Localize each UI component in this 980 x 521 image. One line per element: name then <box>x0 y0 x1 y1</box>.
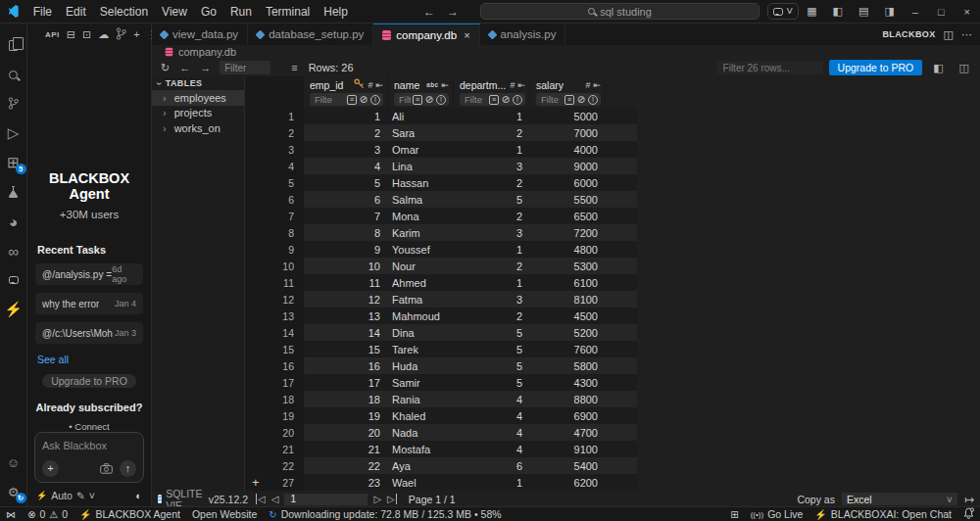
recent-task-item[interactable]: @/c:\Users\Moha...Jan 3 <box>35 322 143 344</box>
cell-emp_id[interactable]: 8 <box>304 224 388 241</box>
cell-salary[interactable]: 4700 <box>530 424 606 441</box>
column-filter[interactable]: ≡⊘! <box>460 93 525 106</box>
cloud-icon[interactable]: ☁ <box>98 28 109 41</box>
ask-blackbox-box[interactable]: + ↑ <box>34 432 144 483</box>
cell-emp_id[interactable]: 5 <box>304 174 388 191</box>
cell-departm[interactable]: 4 <box>454 407 530 424</box>
close-window-icon[interactable]: × <box>955 6 980 18</box>
copilot-button[interactable]: ˅ <box>767 3 799 20</box>
menu-go[interactable]: Go <box>194 5 223 19</box>
source-control-icon[interactable] <box>0 89 27 118</box>
cell-emp_id[interactable]: 17 <box>304 374 388 391</box>
table-row[interactable]: 33Omar14000 <box>245 141 637 158</box>
cell-departm[interactable]: 1 <box>454 474 530 491</box>
cell-departm[interactable]: 2 <box>454 308 530 324</box>
table-row[interactable]: 1616Huda55800 <box>245 357 637 374</box>
cell-name[interactable]: Tarek <box>388 341 454 357</box>
table-row[interactable]: 2121Mostafa49100 <box>245 441 637 457</box>
table-row[interactable]: 1010Nour25300 <box>245 258 637 274</box>
pin-column-icon[interactable]: ⇤ <box>441 80 449 90</box>
testing-icon[interactable] <box>0 177 27 207</box>
cell-emp_id[interactable]: 10 <box>304 258 388 274</box>
cell-name[interactable]: Nour <box>388 258 454 274</box>
cell-name[interactable]: Mahmoud <box>388 308 454 324</box>
tab-database_setup-py[interactable]: database_setup.py <box>248 24 373 45</box>
cell-salary[interactable]: 6100 <box>530 274 606 291</box>
table-row[interactable]: 77Mona26500 <box>245 208 637 224</box>
cell-departm[interactable]: 5 <box>454 374 530 391</box>
extensions-icon[interactable]: ⊞5 <box>0 148 27 177</box>
go-live-status[interactable]: ((•)) Go Live <box>745 508 809 520</box>
tab-view_data-py[interactable]: view_data.py <box>152 24 248 45</box>
cell-name[interactable]: Khaled <box>388 407 454 424</box>
download-update-status[interactable]: ↻ Downloading update: 72.8 MB / 125.3 MB… <box>263 508 507 520</box>
table-row[interactable]: 1111Ahmed16100 <box>245 274 637 291</box>
open-website-status[interactable]: Open Website <box>186 508 263 520</box>
cell-salary[interactable]: 8100 <box>530 291 606 308</box>
cell-departm[interactable]: 4 <box>454 391 530 407</box>
cell-name[interactable]: Hassan <box>388 174 454 191</box>
cell-emp_id[interactable]: 6 <box>304 191 388 208</box>
refresh-icon[interactable]: ↻ <box>156 62 174 74</box>
cell-name[interactable]: Ahmed <box>388 274 454 291</box>
run-debug-icon[interactable]: ▷ <box>0 118 27 148</box>
column-filter-input[interactable] <box>465 94 487 105</box>
table-row[interactable]: 1717Samir54300 <box>245 374 637 391</box>
column-filter-input[interactable] <box>541 94 563 105</box>
table-row[interactable]: 11Ali15000 <box>245 108 637 124</box>
cell-departm[interactable]: 2 <box>454 174 530 191</box>
edge-browser-icon[interactable]: ◕ <box>0 207 27 236</box>
cell-emp_id[interactable]: 2 <box>304 124 388 141</box>
column-header-emp_id[interactable]: emp_id#⇤≡⊘! <box>304 76 388 108</box>
cell-departm[interactable]: 5 <box>454 324 530 341</box>
layout-columns-icon[interactable]: ◫ <box>955 62 974 74</box>
cell-salary[interactable]: 9100 <box>530 441 606 457</box>
column-header-name[interactable]: nameabc⇤≡⊘! <box>388 76 454 108</box>
explorer-icon[interactable] <box>0 30 27 60</box>
cell-departm[interactable]: 1 <box>454 241 530 258</box>
table-row[interactable]: 66Salma55500 <box>245 191 637 208</box>
maximize-icon[interactable]: □ <box>928 6 955 18</box>
customize-layout-icon[interactable]: ▦ <box>799 5 824 18</box>
search-input[interactable]: sql studing <box>480 3 760 20</box>
recent-task-item[interactable]: why the errorJan 4 <box>35 293 143 314</box>
table-row[interactable]: 55Hassan26000 <box>245 174 637 191</box>
column-filter[interactable]: ≡⊘! <box>536 93 601 106</box>
window-icon[interactable]: ⊟ <box>67 28 75 41</box>
cell-name[interactable]: Omar <box>388 141 454 158</box>
edit-mode-icon[interactable]: ✎ <box>76 490 85 501</box>
table-row[interactable]: 2020Nada44700 <box>245 424 637 441</box>
cell-name[interactable]: Samir <box>388 374 454 391</box>
first-page-icon[interactable]: ◁ <box>256 494 266 504</box>
cell-emp_id[interactable]: 18 <box>304 391 388 407</box>
blackbox-bolt-icon[interactable]: ⚡ <box>0 295 27 324</box>
toggle-secondary-sidebar-icon[interactable]: ◨ <box>876 5 902 18</box>
column-header-salary[interactable]: salary#⇤≡⊘! <box>530 76 606 108</box>
filter-exclude-icon[interactable]: ⊘ <box>424 95 434 105</box>
cell-emp_id[interactable]: 7 <box>304 208 388 224</box>
menu-help[interactable]: Help <box>317 5 355 19</box>
prev-page-icon[interactable]: ◁ <box>271 494 279 504</box>
see-all-link[interactable]: See all <box>37 354 151 365</box>
toggle-panel-icon[interactable]: ▤ <box>851 5 876 18</box>
more-actions-icon[interactable]: ⋯ <box>961 28 972 41</box>
table-row[interactable]: 1818Rania48800 <box>245 391 637 407</box>
git-branch-icon[interactable] <box>116 27 126 42</box>
cell-departm[interactable]: 1 <box>454 274 530 291</box>
blackbox-editor-action[interactable]: BLACKBOX <box>882 29 935 39</box>
menu-selection[interactable]: Selection <box>93 5 155 19</box>
cell-departm[interactable]: 6 <box>454 457 530 474</box>
cell-salary[interactable]: 5500 <box>530 191 606 208</box>
menu-view[interactable]: View <box>155 5 194 19</box>
menu-run[interactable]: Run <box>223 5 259 19</box>
sidebar-toggle-icon[interactable]: ◧ <box>928 62 948 74</box>
cell-emp_id[interactable]: 4 <box>304 158 388 174</box>
tab-analysis-py[interactable]: analysis.py <box>480 24 566 45</box>
table-filter-input[interactable] <box>220 61 270 74</box>
cell-emp_id[interactable]: 20 <box>304 424 388 441</box>
filter-rows-input[interactable] <box>717 61 823 74</box>
toggle-sidebar-icon[interactable]: ◧ <box>825 5 851 18</box>
menu-file[interactable]: File <box>26 5 59 19</box>
table-row[interactable]: 44Lina39000 <box>245 158 637 174</box>
cell-salary[interactable]: 7200 <box>530 224 606 241</box>
